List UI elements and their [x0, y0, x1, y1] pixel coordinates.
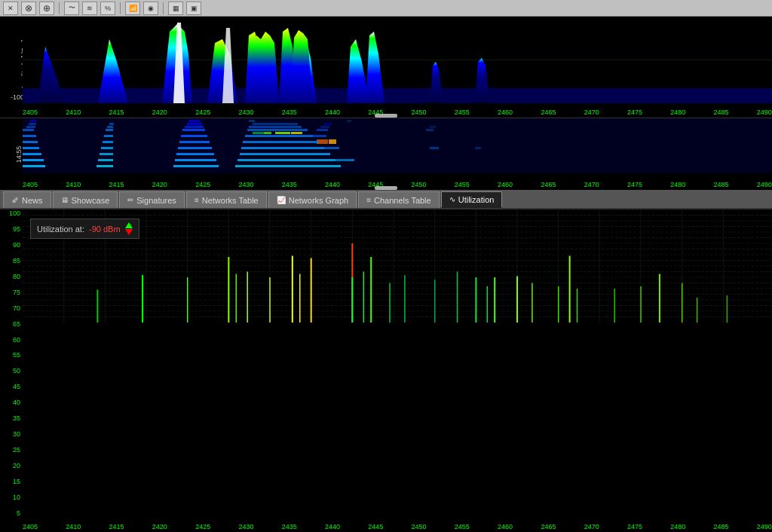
chart-y-axis: 100 95 90 85 80 75 70 65 60 55 50 45 40 … — [0, 209, 23, 517]
y-label-5: 5 — [17, 509, 20, 517]
x-label: 2410 — [66, 181, 81, 188]
spectrum-area: Amplitude [dBm] -100 — [0, 17, 772, 190]
tab-channels-table[interactable]: ≡ Channels Table — [358, 191, 439, 208]
svg-rect-34 — [430, 126, 436, 128]
utilization-value: -90 dBm — [89, 225, 121, 234]
toolbar-btn-1[interactable]: ✕ — [3, 2, 18, 15]
x-label: 2455 — [455, 181, 470, 188]
svg-rect-47 — [181, 135, 207, 137]
chart-x-label: 2480 — [670, 523, 685, 530]
x-label: 2465 — [541, 181, 556, 188]
svg-rect-54 — [179, 141, 210, 143]
tab-networks-table-label: Networks Table — [202, 196, 259, 205]
x-label: 2475 — [627, 181, 642, 188]
svg-rect-35 — [23, 129, 34, 131]
x-label: 2480 — [670, 181, 685, 188]
y-label-55: 55 — [13, 351, 20, 359]
svg-rect-36 — [106, 129, 113, 131]
svg-rect-63 — [23, 153, 41, 155]
utilization-down-arrow[interactable] — [125, 229, 133, 235]
toolbar-btn-2[interactable]: ⊗ — [21, 2, 36, 15]
x-label: 2470 — [584, 181, 599, 188]
chart-x-label: 2440 — [325, 523, 340, 530]
svg-rect-39 — [317, 129, 328, 131]
toolbar-sep-2 — [120, 2, 121, 14]
svg-rect-26 — [187, 123, 202, 125]
toolbar-sep-3 — [163, 2, 164, 14]
svg-rect-62 — [475, 147, 481, 149]
networks-table-icon: ≡ — [195, 196, 199, 204]
toolbar-btn-4[interactable]: 〜 — [64, 2, 79, 15]
chart-x-label: 2445 — [368, 523, 383, 530]
tab-news-label: News — [22, 196, 43, 205]
svg-rect-41 — [253, 132, 264, 134]
svg-rect-70 — [237, 159, 335, 161]
waterfall-x-axis: 2405 2410 2415 2420 2425 2430 2435 2440 … — [23, 181, 772, 188]
svg-rect-57 — [101, 147, 113, 149]
chart-x-label: 2415 — [109, 523, 124, 530]
svg-rect-73 — [96, 165, 113, 167]
tab-utilization[interactable]: ∿ Utilization — [441, 191, 503, 208]
chart-x-label: 2475 — [627, 523, 642, 530]
tab-showcase-label: Showcase — [72, 196, 110, 205]
x-label: 2485 — [714, 109, 729, 116]
tab-networks-table[interactable]: ≡ Networks Table — [186, 191, 267, 208]
toolbar-btn-5[interactable]: ≋ — [82, 2, 97, 15]
toolbar-btn-10[interactable]: ▣ — [186, 2, 201, 15]
chart-x-label: 2405 — [23, 523, 38, 530]
tab-news[interactable]: 🗞 News — [3, 191, 51, 208]
chart-x-label: 2450 — [412, 523, 427, 530]
svg-rect-44 — [291, 132, 302, 134]
svg-rect-22 — [249, 120, 255, 122]
x-label: 2430 — [238, 109, 253, 116]
waterfall-svg — [23, 118, 772, 173]
svg-rect-27 — [253, 123, 298, 125]
y-label-25: 25 — [13, 446, 20, 454]
x-label: 2490 — [757, 181, 772, 188]
x-label: 2425 — [195, 109, 210, 116]
x-label: 2435 — [282, 109, 297, 116]
toolbar-btn-3[interactable]: ⊕ — [39, 2, 54, 15]
chart-x-label: 2485 — [714, 523, 729, 530]
svg-rect-33 — [320, 126, 329, 128]
y-label-45: 45 — [13, 383, 20, 390]
svg-rect-38 — [247, 129, 308, 131]
svg-rect-23 — [347, 120, 351, 122]
svg-rect-64 — [100, 153, 113, 155]
toolbar-btn-7[interactable]: 📶 — [125, 2, 140, 15]
svg-rect-28 — [324, 123, 332, 125]
tab-signatures-label: Signatures — [136, 196, 176, 205]
x-label: 2485 — [714, 181, 729, 188]
y-label-60: 60 — [13, 336, 20, 344]
y-label-70: 70 — [13, 304, 20, 312]
chart-x-label: 2430 — [238, 523, 253, 530]
x-label: 2480 — [670, 109, 685, 116]
tab-signatures[interactable]: ✏ Signatures — [119, 191, 185, 208]
chart-x-label: 2435 — [282, 523, 297, 530]
x-label: 2460 — [498, 109, 513, 116]
tab-bar: 🗞 News 🖥 Showcase ✏ Signatures ≡ Network… — [0, 190, 772, 209]
toolbar-btn-6[interactable]: % — [100, 2, 115, 15]
svg-rect-43 — [275, 132, 290, 134]
tab-networks-graph[interactable]: 📈 Networks Graph — [268, 191, 357, 208]
y-label-40: 40 — [13, 399, 20, 406]
svg-rect-37 — [182, 129, 205, 131]
toolbar-btn-8[interactable]: ◉ — [143, 2, 158, 15]
svg-rect-49 — [313, 135, 326, 137]
toolbar-btn-9[interactable]: ▦ — [168, 2, 183, 15]
x-label: 2405 — [23, 109, 38, 116]
x-label: 2470 — [584, 109, 599, 116]
utilization-up-arrow[interactable] — [125, 222, 133, 228]
chart-x-label: 2470 — [584, 523, 599, 530]
channels-table-icon: ≡ — [366, 196, 371, 204]
networks-graph-icon: 📈 — [277, 196, 286, 204]
tab-showcase[interactable]: 🖥 Showcase — [53, 191, 118, 208]
x-label: 2430 — [238, 181, 253, 188]
svg-rect-46 — [104, 135, 113, 137]
svg-rect-51 — [329, 139, 336, 144]
svg-rect-29 — [26, 126, 35, 128]
toolbar-sep-1 — [59, 2, 60, 14]
spectrum-top-svg — [23, 17, 772, 103]
svg-rect-31 — [185, 126, 204, 128]
svg-rect-42 — [264, 132, 271, 134]
